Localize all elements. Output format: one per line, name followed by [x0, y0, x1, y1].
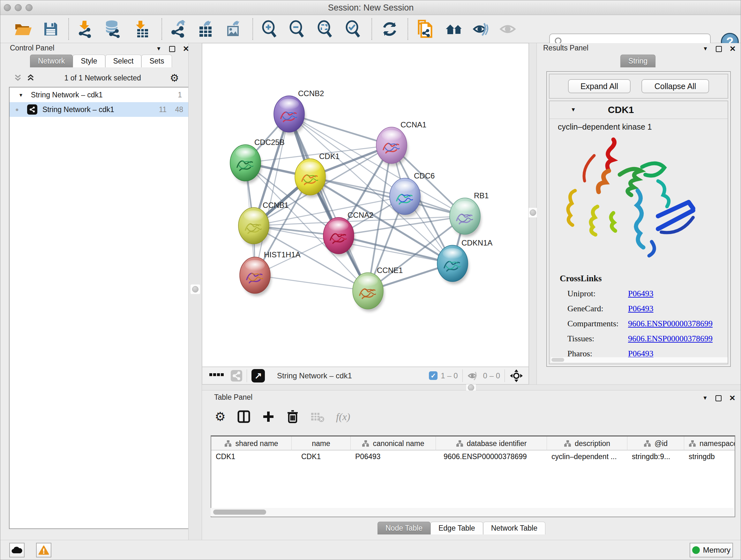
- export-network-button[interactable]: [170, 19, 189, 39]
- network-type-icon: [27, 105, 37, 115]
- right-splitter-handle[interactable]: [528, 208, 538, 217]
- tissues-link[interactable]: 9606.ENSP00000378699: [628, 334, 713, 344]
- table-options-gear-icon[interactable]: ⚙: [215, 411, 226, 423]
- status-bar: Memory: [0, 540, 741, 560]
- selected-checkbox-icon[interactable]: ✓: [429, 371, 437, 380]
- network-node-CCNE1[interactable]: [353, 273, 384, 312]
- memory-status-dot: [692, 546, 700, 554]
- network-graph[interactable]: CCNB2CCNA1CDC25BCDK1CDC6RB1CCNB1CCNA2CDK…: [202, 44, 529, 367]
- delete-column-icon[interactable]: [286, 410, 299, 424]
- left-splitter-handle[interactable]: [191, 285, 200, 294]
- grid-view-icon[interactable]: [209, 373, 224, 378]
- table-row[interactable]: CDK1 CDK1 P06493 9606.ENSP00000378699 cy…: [211, 450, 735, 462]
- column-header-namespace[interactable]: namespace: [684, 436, 735, 450]
- network-node-CDC6[interactable]: [390, 178, 421, 217]
- column-header-name[interactable]: name: [292, 436, 351, 450]
- panel-menu-icon[interactable]: ▼: [703, 46, 708, 52]
- network-canvas[interactable]: CCNB2CCNA1CDC25BCDK1CDC6RB1CCNB1CCNA2CDK…: [202, 43, 529, 367]
- column-header-shared-name[interactable]: shared name: [211, 436, 292, 450]
- export-table-button[interactable]: [196, 19, 215, 39]
- close-panel-icon[interactable]: ✕: [729, 394, 736, 402]
- results-hscrollbar[interactable]: [551, 357, 728, 362]
- network-node-CDK1[interactable]: [295, 159, 327, 198]
- tab-select[interactable]: Select: [105, 55, 142, 67]
- protein-card-header[interactable]: ▼ CDK1: [549, 101, 728, 119]
- left-splitter[interactable]: [188, 43, 202, 540]
- show-selected-button[interactable]: [498, 19, 517, 39]
- network-view-icon[interactable]: [231, 370, 242, 381]
- network-node-CCNB2[interactable]: [274, 96, 306, 135]
- tab-style[interactable]: Style: [73, 55, 105, 67]
- save-session-button[interactable]: [41, 19, 60, 39]
- memory-button[interactable]: Memory: [690, 543, 733, 557]
- show-columns-icon[interactable]: [237, 410, 251, 423]
- refresh-button[interactable]: [380, 19, 399, 39]
- protein-description: cyclin–dependent kinase 1: [558, 122, 652, 132]
- import-table-button[interactable]: [132, 19, 151, 39]
- bottom-splitter[interactable]: [202, 384, 741, 390]
- tab-network-table[interactable]: Network Table: [483, 522, 545, 535]
- tab-edge-table[interactable]: Edge Table: [430, 522, 483, 535]
- network-node-CCNA2[interactable]: [323, 217, 355, 256]
- import-network-button[interactable]: [75, 19, 94, 39]
- zoom-selected-button[interactable]: [343, 19, 362, 39]
- float-panel-icon[interactable]: [716, 46, 722, 52]
- column-header-description[interactable]: description: [547, 436, 627, 450]
- tab-string[interactable]: String: [620, 55, 656, 67]
- network-node-HIST1H1A[interactable]: [240, 257, 271, 296]
- collapse-all-button[interactable]: Collapse All: [642, 79, 709, 93]
- network-options-gear-icon[interactable]: ⚙: [170, 73, 179, 83]
- zoom-in-button[interactable]: [259, 19, 279, 39]
- node-label-CCNA2: CCNA2: [347, 211, 374, 219]
- network-node-CDKN1A[interactable]: [437, 245, 469, 284]
- panel-menu-icon[interactable]: ▼: [156, 46, 161, 52]
- uniprot-link[interactable]: P06493: [628, 289, 653, 299]
- home-networks-button[interactable]: [445, 19, 464, 39]
- network-node-CCNB1[interactable]: [239, 207, 270, 246]
- collapse-card-icon[interactable]: ▼: [570, 107, 576, 113]
- collapse-all-icon[interactable]: [13, 73, 23, 83]
- column-header-canonical-name[interactable]: canonical name: [351, 436, 436, 450]
- column-header-id[interactable]: @id: [627, 436, 684, 450]
- close-panel-icon[interactable]: ✕: [730, 44, 736, 53]
- add-column-icon[interactable]: [262, 410, 275, 423]
- open-session-button[interactable]: [14, 19, 33, 39]
- tab-network[interactable]: Network: [30, 55, 73, 67]
- genecard-link[interactable]: P06493: [628, 304, 653, 314]
- network-row[interactable]: ● String Network – cdk1 11 48: [10, 102, 189, 117]
- tab-sets[interactable]: Sets: [141, 55, 172, 67]
- node-label-CDKN1A: CDKN1A: [461, 239, 492, 247]
- tree-expand-icon[interactable]: ▼: [18, 92, 23, 98]
- cell-description: cyclin–dependent ...: [547, 450, 627, 462]
- zoom-out-button[interactable]: [287, 19, 306, 39]
- column-header-database-identifier[interactable]: database identifier: [436, 436, 547, 450]
- tab-node-table[interactable]: Node Table: [378, 522, 430, 535]
- open-in-window-icon[interactable]: ↗: [252, 369, 265, 382]
- export-image-button[interactable]: [224, 19, 244, 39]
- hidden-counts: 0 – 0: [483, 371, 500, 380]
- network-node-CCNA1[interactable]: [376, 127, 408, 166]
- network-from-clipboard-button[interactable]: [415, 19, 434, 39]
- open-folder-icon: [14, 22, 32, 37]
- expand-all-button[interactable]: Expand All: [568, 79, 630, 93]
- float-panel-icon[interactable]: [716, 395, 722, 401]
- float-panel-icon[interactable]: [169, 46, 175, 52]
- panel-menu-icon[interactable]: ▼: [702, 395, 708, 401]
- network-node-RB1[interactable]: [450, 198, 481, 237]
- expand-all-icon[interactable]: [26, 73, 36, 83]
- compartments-link[interactable]: 9606.ENSP00000378699: [628, 319, 713, 328]
- node-label-CCNE1: CCNE1: [377, 266, 403, 274]
- crosslinks-title: CrossLinks: [560, 273, 713, 284]
- table-hscrollbar[interactable]: [211, 508, 734, 516]
- zoom-fit-button[interactable]: [315, 19, 334, 39]
- crosslink-row: Uniprot: P06493: [560, 289, 713, 299]
- warning-status-button[interactable]: [36, 543, 51, 557]
- hide-selected-button[interactable]: [472, 19, 491, 39]
- import-network-from-database-button[interactable]: [103, 19, 122, 39]
- cloud-icon: [11, 546, 22, 554]
- network-node-CDC25B[interactable]: [230, 145, 262, 184]
- right-splitter[interactable]: [529, 43, 537, 384]
- cloud-status-button[interactable]: [9, 543, 24, 557]
- network-collection-row[interactable]: ▼ String Network – cdk1 1: [10, 87, 189, 102]
- birdseye-view-icon[interactable]: [509, 369, 523, 383]
